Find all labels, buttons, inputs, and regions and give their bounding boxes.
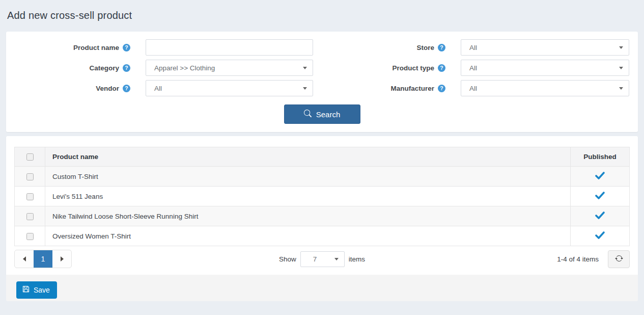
products-table: Product name Published Custom T-Shirt Le…	[14, 147, 630, 246]
help-icon[interactable]: ?	[438, 44, 445, 51]
previous-page-button[interactable]	[15, 250, 34, 268]
store-select-value: All	[469, 44, 477, 51]
store-label-cell: Store ?	[313, 44, 461, 51]
table-row: Levi's 511 Jeans	[15, 187, 630, 206]
page-size-select[interactable]: 7	[300, 251, 345, 267]
search-button[interactable]: Search	[284, 104, 360, 124]
help-icon[interactable]: ?	[123, 44, 130, 51]
vendor-select[interactable]: All	[146, 80, 313, 96]
category-label: Category	[89, 64, 119, 72]
select-all-checkbox[interactable]	[26, 153, 34, 161]
product-name-cell: Custom T-Shirt	[45, 167, 571, 187]
manufacturer-select[interactable]: All	[461, 80, 629, 96]
save-icon	[22, 285, 30, 294]
help-icon[interactable]: ?	[123, 85, 130, 92]
help-icon[interactable]: ?	[438, 64, 445, 72]
product-type-select-value: All	[469, 64, 477, 72]
product-type-select[interactable]: All	[461, 60, 629, 76]
vendor-select-value: All	[154, 85, 162, 92]
published-check-icon	[595, 172, 605, 181]
page-1-button[interactable]: 1	[34, 250, 52, 268]
product-name-input[interactable]	[146, 39, 313, 56]
manufacturer-select-value: All	[469, 85, 477, 92]
next-page-button[interactable]	[52, 250, 71, 268]
store-select[interactable]: All	[461, 39, 629, 56]
save-button-label: Save	[34, 286, 50, 294]
row-checkbox[interactable]	[26, 213, 34, 220]
vendor-label: Vendor	[96, 85, 119, 92]
product-name-cell: Levi's 511 Jeans	[45, 187, 571, 206]
manufacturer-label-cell: Manufacturer ?	[313, 85, 461, 92]
store-label: Store	[416, 44, 434, 51]
refresh-button[interactable]	[608, 250, 630, 268]
table-header-row: Product name Published	[15, 147, 630, 167]
chevron-down-icon	[334, 258, 339, 260]
product-name-column-header: Product name	[45, 147, 571, 167]
category-select-value: Apparel >> Clothing	[154, 64, 215, 72]
product-name-cell: Oversized Women T-Shirt	[45, 226, 571, 246]
published-check-icon	[595, 192, 605, 201]
published-check-icon	[595, 212, 605, 221]
category-label-cell: Category ?	[15, 64, 146, 72]
show-label: Show	[279, 255, 296, 263]
product-name-label: Product name	[73, 44, 119, 51]
items-label: items	[349, 255, 365, 263]
search-panel: Product name ? Store ? All Category ? Ap…	[6, 32, 638, 132]
page-title: Add new cross-sell product	[6, 0, 638, 32]
arrow-left-icon	[23, 256, 26, 261]
published-check-icon	[595, 231, 605, 241]
help-icon[interactable]: ?	[123, 64, 130, 72]
row-checkbox[interactable]	[26, 193, 34, 200]
pager: 1 Show 7 items 1-4 of 4 items	[14, 250, 630, 268]
table-row: Custom T-Shirt	[15, 167, 630, 187]
table-row: Nike Tailwind Loose Short-Sleeve Running…	[15, 206, 630, 226]
footer-bar: Save	[6, 275, 638, 301]
row-checkbox[interactable]	[26, 233, 34, 240]
product-name-label-cell: Product name ?	[15, 44, 146, 51]
refresh-icon	[615, 254, 623, 264]
product-type-label: Product type	[392, 64, 434, 72]
pager-buttons: 1	[14, 250, 72, 268]
chevron-down-icon	[303, 67, 307, 69]
row-checkbox[interactable]	[26, 173, 34, 180]
chevron-down-icon	[303, 87, 307, 90]
manufacturer-label: Manufacturer	[390, 85, 434, 92]
help-icon[interactable]: ?	[438, 85, 445, 92]
table-row: Oversized Women T-Shirt	[15, 226, 630, 246]
search-button-label: Search	[316, 110, 341, 119]
results-panel: Product name Published Custom T-Shirt Le…	[6, 136, 638, 275]
published-column-header: Published	[571, 147, 630, 167]
chevron-down-icon	[619, 87, 623, 90]
category-select[interactable]: Apparel >> Clothing	[146, 60, 313, 76]
pager-info: 1-4 of 4 items	[557, 255, 599, 263]
chevron-down-icon	[619, 67, 623, 69]
chevron-down-icon	[619, 46, 623, 49]
product-type-label-cell: Product type ?	[313, 64, 461, 72]
product-name-cell: Nike Tailwind Loose Short-Sleeve Running…	[45, 206, 571, 226]
vendor-label-cell: Vendor ?	[15, 85, 146, 92]
save-button[interactable]: Save	[16, 281, 57, 299]
search-icon	[304, 110, 312, 119]
page-size-value: 7	[313, 255, 317, 263]
arrow-right-icon	[61, 256, 64, 261]
